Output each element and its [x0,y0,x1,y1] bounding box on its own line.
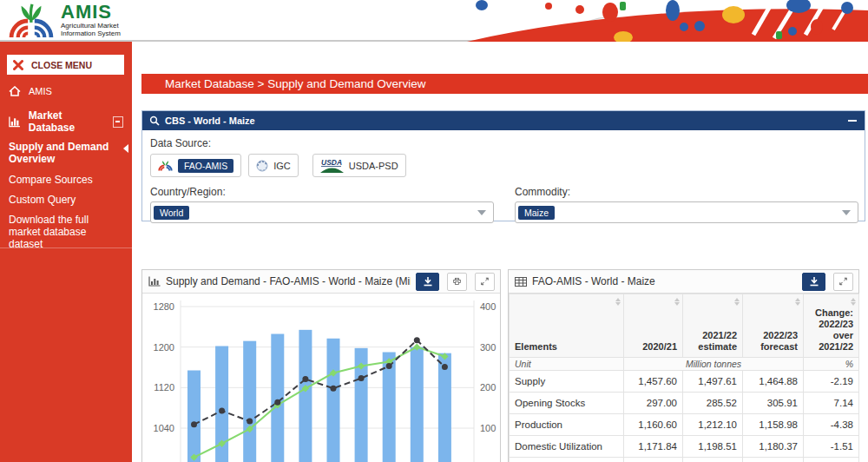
sidebar-item-amis[interactable]: AMIS [0,84,132,98]
chevron-down-icon[interactable] [842,210,851,215]
chart-bar [243,341,256,462]
left-axis-tick: 1120 [154,382,174,393]
chart-bar [327,339,340,462]
circle-marker [331,386,337,392]
right-axis-tick: 400 [480,301,496,312]
circle-marker [247,419,253,425]
column-header[interactable]: 2021/22 estimate [683,294,743,358]
sidebar: CLOSE MENU AMIS Market Database Supply a… [0,42,132,462]
country-filter: Country/Region: World [150,186,494,223]
sort-icon [795,298,800,306]
chart-bar [299,330,312,462]
chart-bar [187,371,201,462]
chart-print-button[interactable] [447,273,467,291]
element-cell: Domestic Utilization [510,436,624,458]
chart-expand-button[interactable] [475,273,495,291]
value-cell: 1,464.88 [743,371,804,393]
fao-amis-icon [158,160,173,171]
value-cell: -4.38 [804,414,859,436]
expand-icon [839,276,847,287]
sidebar-item-market-database[interactable]: Market Database [0,115,132,129]
table-expand-button[interactable] [833,273,853,291]
value-cell: 145.54 [683,458,743,462]
column-header[interactable]: Elements [510,294,624,358]
sidebar-item-supply-demand-overview[interactable]: Supply and Demand Overview [0,141,132,165]
filter-panel: CBS - World - Maize Data Source: FAO-AMI… [141,110,865,221]
sidebar-item-custom-query[interactable]: Custom Query [0,194,132,206]
table-panel-header: FAO-AMIS - World - Maize [509,270,858,294]
value-cell: 1,180.37 [743,436,804,458]
commodity-selected-tag: Maize [518,206,555,220]
value-cell: -1.51 [804,436,859,458]
circle-marker [274,399,280,406]
data-table-panel: FAO-AMIS - World - Maize Elements2020/21… [508,269,859,462]
column-header[interactable]: Change: 2022/23 over 2021/22 [804,294,859,358]
circle-marker [442,364,448,370]
filter-panel-header: CBS - World - Maize [142,111,865,130]
column-header[interactable]: 2022/23 forecast [743,294,804,358]
right-axis-tick: 200 [480,382,496,393]
source-igc-button[interactable]: IGC [248,154,299,177]
table-row: Opening Stocks297.00285.52305.917.14 [510,393,859,414]
print-icon [453,276,461,287]
chart-title: Supply and Demand - FAO-AMIS - World - M… [166,275,411,287]
search-icon [149,116,160,126]
collapse-section-icon[interactable] [113,116,123,128]
chart-panel: Supply and Demand - FAO-AMIS - World - M… [141,269,501,462]
close-menu-button[interactable]: CLOSE MENU [7,55,124,75]
close-menu-label: CLOSE MENU [31,60,92,70]
bar-chart-icon [148,276,161,287]
circle-marker [358,375,365,381]
collapse-panel-button[interactable] [847,116,858,126]
supply-demand-chart[interactable]: 1280400120030011202001040100 [142,294,500,462]
source-usda-button[interactable]: USDA USDA-PSD [312,154,406,177]
chevron-down-icon[interactable] [477,210,486,215]
circle-marker [302,376,308,382]
commodity-select[interactable]: Maize [515,201,858,223]
left-axis-tick: 1200 [154,342,174,353]
expand-icon [481,276,489,287]
value-cell: 1,160.60 [624,414,683,436]
svg-text:USDA: USDA [321,158,342,167]
table-row: Domestic Utilization1,171.841,198.511,18… [510,436,859,458]
value-cell: 1.03 [804,458,859,462]
table-download-button[interactable] [802,273,825,291]
country-label: Country/Region: [150,186,494,198]
element-cell: Production [510,414,624,436]
commodity-filter: Commodity: Maize [515,186,858,223]
circle-marker [219,407,225,413]
chart-download-button[interactable] [416,273,439,291]
download-icon [423,276,433,287]
source-fao-amis-button[interactable]: FAO-AMIS [150,154,241,177]
value-cell: 285.52 [683,393,743,414]
country-select[interactable]: World [150,201,494,223]
top-banner: AMIS Agricultural Market Information Sys… [0,0,868,42]
column-header[interactable]: 2020/21 [624,294,683,358]
table-row: Food Use143.21145.54147.051.03 [510,458,859,462]
value-cell: 1,457.60 [624,371,683,393]
table-row: Supply1,457.601,497.611,464.88-2.19 [510,371,859,393]
chart-panel-header: Supply and Demand - FAO-AMIS - World - M… [142,270,500,294]
element-cell: Food Use [510,458,624,462]
value-cell: 297.00 [624,393,683,414]
breadcrumb: Market Database > Supply and Demand Over… [141,74,868,94]
right-axis-tick: 100 [480,423,496,433]
data-table: Elements2020/212021/22 estimate2022/23 f… [509,294,859,462]
data-source-label: Data Source: [150,137,857,149]
table-title: FAO-AMIS - World - Maize [532,275,797,287]
country-selected-tag: World [154,206,189,220]
sidebar-item-compare-sources[interactable]: Compare Sources [0,174,132,186]
amis-logo: AMIS Agricultural Market Information Sys… [7,3,121,39]
filter-panel-body: Data Source: FAO-AMIS I [142,130,865,221]
logo-subtitle: Agricultural Market Information System [61,22,121,37]
logo-title: AMIS [61,3,121,22]
left-axis-tick: 1040 [154,423,174,433]
value-cell: 1,158.98 [743,414,804,436]
green-line [194,347,445,458]
value-cell: 1,497.61 [683,371,743,393]
value-cell: 1,171.84 [624,436,683,458]
sidebar-item-download-dataset[interactable]: Download the full market database datase… [0,214,132,250]
circle-marker [414,337,420,343]
value-cell: 7.14 [804,393,859,414]
element-cell: Opening Stocks [510,393,624,414]
